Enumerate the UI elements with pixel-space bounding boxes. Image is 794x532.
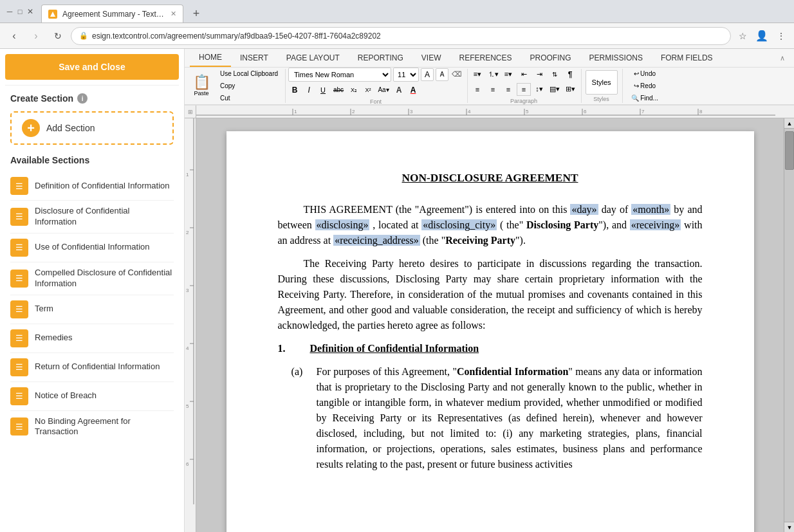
url-bar[interactable]: 🔒 esign.textcontrol.com/agreement/summar… [71,27,731,45]
tab-form-fields[interactable]: FORM FIELDS [652,50,722,66]
create-section-area: Create Section i + Add Section [0,86,184,150]
numbering-btn[interactable]: ⒈▾ [486,68,500,81]
font-family-select[interactable]: Times New Roman [288,68,391,82]
month-field: «month» [631,204,670,215]
scroll-down-btn[interactable]: ▼ [784,522,794,532]
shading-btn[interactable]: ▤▾ [548,83,562,96]
back-btn[interactable]: ‹ [5,27,23,45]
list-item[interactable]: ☰ Remedies [10,324,174,353]
cut-btn[interactable]: Cut [217,93,281,104]
list-item[interactable]: ☰ Definition of Confidential Information [10,172,174,201]
bullets-btn[interactable]: ≡▾ [470,68,485,81]
add-section-button[interactable]: + Add Section [10,111,174,145]
copy-btn[interactable]: Copy [217,80,281,91]
align-center-btn[interactable]: ≡ [486,83,500,96]
tab-insert[interactable]: INSERT [231,50,277,66]
styles-btn[interactable]: Styles [586,70,618,95]
align-right-btn[interactable]: ≡ [501,83,515,96]
strikethrough-btn[interactable]: abc [331,84,346,96]
bold-btn[interactable]: B [288,84,301,96]
redo-icon: ↪ [634,82,639,89]
svg-text:8: 8 [699,109,703,115]
tab-close-icon[interactable]: ✕ [171,10,176,18]
increase-indent-btn[interactable]: ⇥ [532,68,546,81]
list-item[interactable]: ☰ No Binding Agreement for Transaction [10,411,174,443]
list-item[interactable]: ☰ Return of Confidential Information [10,353,174,382]
font-size-select[interactable]: 11 [393,68,419,82]
collapse-toolbar-btn[interactable]: ∧ [776,51,789,64]
add-section-label: Add Section [46,123,95,133]
ruler-corner: ⊞ [185,105,196,118]
section-item-label: Compelled Disclosure of Confidential Inf… [35,268,174,289]
svg-text:4: 4 [468,109,471,115]
superscript-btn[interactable]: X² [362,84,374,96]
align-justify-btn[interactable]: ≡ [517,83,531,96]
active-tab[interactable]: Agreement Summary - Text Cont... ✕ [41,5,183,23]
scroll-up-btn[interactable]: ▲ [784,118,794,129]
ruler-row: ⊞ 1 2 3 4 5 6 7 [185,105,794,118]
bookmark-icon[interactable]: ☆ [735,28,750,44]
list-item[interactable]: ☰ Notice of Breach [10,382,174,411]
italic-btn[interactable]: I [302,84,315,96]
sort-btn[interactable]: ⇅ [548,68,562,81]
clipboard-group: 📋 Paste Use Local Clipboard Copy Cut [187,69,286,103]
tab-page-layout[interactable]: PAGE LAYOUT [277,50,349,66]
show-marks-btn[interactable]: ¶ [563,68,577,81]
align-left-btn[interactable]: ≡ [470,83,485,96]
tab-permissions[interactable]: PERMISSIONS [580,50,652,66]
doc-scroll-area[interactable]: NON-DISCLOSURE AGREEMENT THIS AGREEMENT … [196,118,784,532]
list-item[interactable]: ☰ Disclosure of Confidential Information [10,201,174,234]
tab-references[interactable]: REFERENCES [450,50,521,66]
address-bar: ‹ › ↻ 🔒 esign.textcontrol.com/agreement/… [0,23,794,49]
available-sections-area: Available Sections ☰ Definition of Confi… [0,150,184,448]
svg-marker-0 [50,12,55,17]
profile-icon[interactable]: 👤 [754,28,770,44]
scroll-thumb[interactable] [785,131,794,170]
refresh-btn[interactable]: ↻ [49,27,67,45]
minimize-btn[interactable]: ─ [5,7,14,16]
font-shrink-btn[interactable]: A [436,68,448,81]
subscript-btn[interactable]: X₂ [347,84,360,96]
new-tab-btn[interactable]: + [187,5,205,23]
right-scrollbar[interactable]: ▲ ▼ [784,118,794,532]
undo-btn[interactable]: ↩ Undo [631,68,659,79]
day-field: «day» [570,204,598,215]
paste-btn[interactable]: 📋 Paste [187,69,216,103]
section-item-label: Use of Confidential Information [35,242,149,253]
doc-paragraph-1: THIS AGREEMENT (the "Agreement") is ente… [278,202,703,248]
underline-btn[interactable]: U [317,84,329,96]
maximize-btn[interactable]: □ [15,7,24,16]
save-close-button[interactable]: Save and Close [5,54,179,80]
disclosing-city-field: «disclosing_city» [421,219,497,230]
tab-reporting[interactable]: REPORTING [349,50,412,66]
borders-btn[interactable]: ⊞▾ [563,83,577,96]
section-item-label: Notice of Breach [35,390,97,401]
find-btn[interactable]: 🔍 Find... [628,93,661,104]
list-item[interactable]: ☰ Compelled Disclosure of Confidential I… [10,262,174,295]
line-spacing-btn[interactable]: ↕▾ [532,83,546,96]
close-btn[interactable]: ✕ [26,7,35,16]
font-grow-btn[interactable]: A [421,68,434,81]
decrease-indent-btn[interactable]: ⇤ [517,68,531,81]
tab-home[interactable]: HOME [190,49,231,67]
svg-text:2: 2 [186,230,189,235]
disclosing-field: «disclosing» [315,219,370,230]
redo-btn[interactable]: ↪ Redo [631,80,659,91]
menu-icon[interactable]: ⋮ [773,28,789,44]
list-item[interactable]: ☰ Term [10,295,174,324]
tab-proofing[interactable]: PROOFING [521,50,580,66]
use-local-clipboard-btn[interactable]: Use Local Clipboard [217,68,281,79]
font-color-btn[interactable]: A [407,84,420,96]
url-text: esign.textcontrol.com/agreement/summary/… [92,32,381,41]
forward-btn[interactable]: › [27,27,45,45]
vertical-ruler: 1 2 3 4 5 6 [185,118,196,532]
clear-format-btn[interactable]: ⌫ [450,68,463,81]
tab-view[interactable]: VIEW [412,50,450,66]
multilevel-btn[interactable]: ≡▾ [501,68,515,81]
svg-text:1: 1 [186,172,189,178]
font-label: Font [288,98,463,105]
list-item[interactable]: ☰ Use of Confidential Information [10,234,174,262]
document-page: NON-DISCLOSURE AGREEMENT THIS AGREEMENT … [226,131,754,532]
case-btn[interactable]: Aa▾ [376,84,391,96]
highlight-btn[interactable]: A [392,84,405,96]
